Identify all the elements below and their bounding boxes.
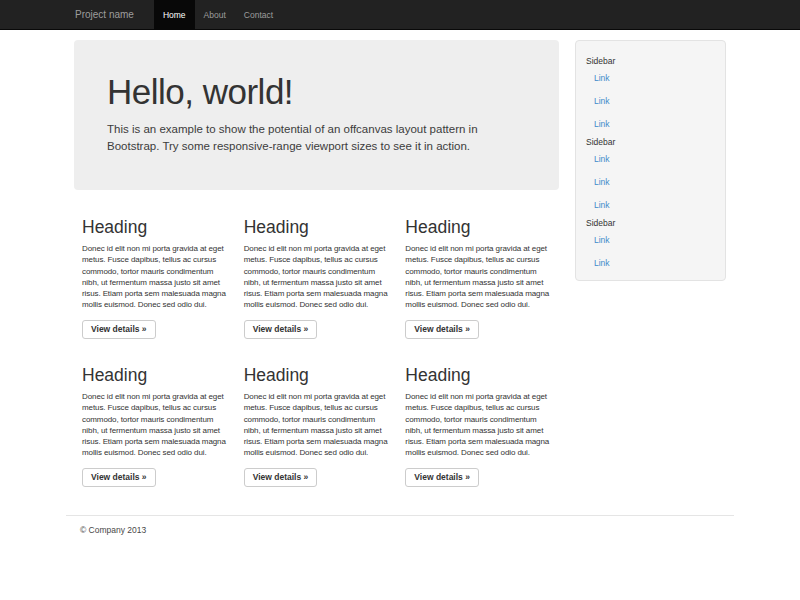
navbar-item-contact[interactable]: Contact [235,0,282,30]
copyright-text: © Company 2013 [80,525,734,535]
card: HeadingDonec id elit non mi porta gravid… [74,355,236,503]
navbar-container: Project name HomeAboutContact [66,0,734,30]
card: HeadingDonec id elit non mi porta gravid… [397,207,559,355]
navbar-item-about[interactable]: About [195,0,235,30]
page: { "navbar": { "brand": "Project name", "… [0,0,800,600]
card-heading: Heading [405,218,551,237]
sidebar-group-heading: Sidebar [586,136,715,148]
card: HeadingDonec id elit non mi porta gravid… [397,355,559,503]
footer-divider [66,515,734,516]
card-heading: Heading [244,218,390,237]
jumbotron-description: This is an example to show the potential… [107,121,526,155]
footer: © Company 2013 [66,525,734,535]
sidebar-link[interactable]: Link [586,194,715,217]
sidebar-link[interactable]: Link [586,67,715,90]
view-details-button[interactable]: View details » [82,320,156,339]
jumbotron: Hello, world! This is an example to show… [74,40,559,190]
view-details-button[interactable]: View details » [244,320,318,339]
view-details-button[interactable]: View details » [405,468,479,487]
card-heading: Heading [244,366,390,385]
card-body-text: Donec id elit non mi porta gravida at eg… [82,391,228,459]
view-details-button[interactable]: View details » [244,468,318,487]
navbar: Project name HomeAboutContact [0,0,800,30]
card-body-text: Donec id elit non mi porta gravida at eg… [244,391,390,459]
sidebar-link[interactable]: Link [586,113,715,136]
navbar-brand[interactable]: Project name [66,0,154,30]
navbar-item-home[interactable]: Home [154,0,195,30]
sidebar-link[interactable]: Link [586,229,715,252]
cards-grid: HeadingDonec id elit non mi porta gravid… [74,207,559,503]
cards-row: HeadingDonec id elit non mi porta gravid… [74,207,559,355]
card-heading: Heading [82,366,228,385]
card-body-text: Donec id elit non mi porta gravida at eg… [405,243,551,311]
card-heading: Heading [82,218,228,237]
sidebar-link[interactable]: Link [586,148,715,171]
view-details-button[interactable]: View details » [82,468,156,487]
page-title: Hello, world! [107,72,526,112]
card-body-text: Donec id elit non mi porta gravida at eg… [82,243,228,311]
sidebar-link[interactable]: Link [586,252,715,275]
sidebar-group-heading: Sidebar [586,217,715,229]
sidebar: SidebarLinkLinkLinkSidebarLinkLinkLinkSi… [567,30,734,281]
card: HeadingDonec id elit non mi porta gravid… [236,207,398,355]
card-heading: Heading [405,366,551,385]
card: HeadingDonec id elit non mi porta gravid… [74,207,236,355]
sidebar-panel: SidebarLinkLinkLinkSidebarLinkLinkLinkSi… [575,40,726,281]
card-body-text: Donec id elit non mi porta gravida at eg… [405,391,551,459]
page-container: Hello, world! This is an example to show… [66,30,734,535]
content-row: Hello, world! This is an example to show… [66,30,734,503]
card-body-text: Donec id elit non mi porta gravida at eg… [244,243,390,311]
sidebar-link[interactable]: Link [586,171,715,194]
navbar-menu: HomeAboutContact [154,0,282,30]
main-content: Hello, world! This is an example to show… [66,30,567,503]
view-details-button[interactable]: View details » [405,320,479,339]
card: HeadingDonec id elit non mi porta gravid… [236,355,398,503]
sidebar-group-heading: Sidebar [586,55,715,67]
cards-row: HeadingDonec id elit non mi porta gravid… [74,355,559,503]
sidebar-link[interactable]: Link [586,90,715,113]
